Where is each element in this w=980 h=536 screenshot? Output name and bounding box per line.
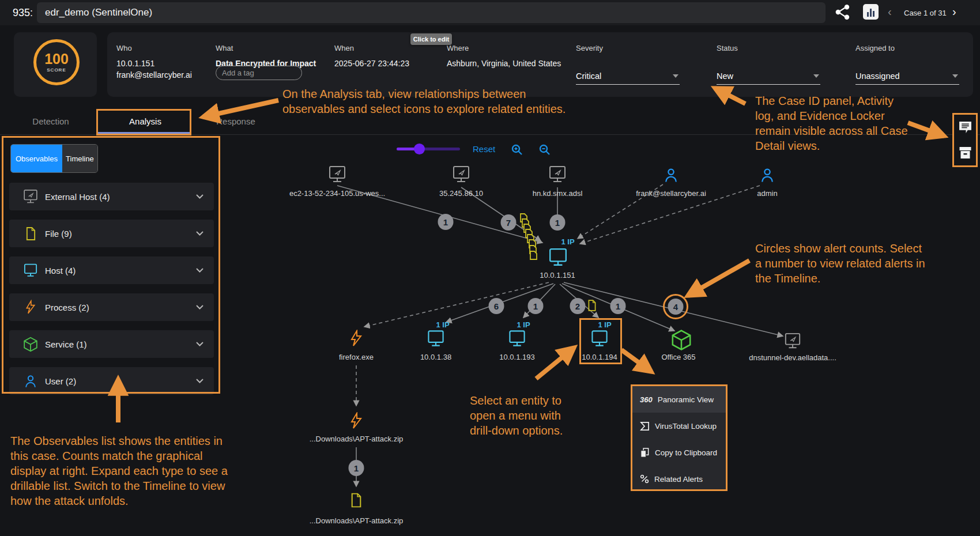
annotation-observables-list: The Observables list shows the entities … <box>10 433 240 508</box>
file-stack-icon[interactable] <box>516 213 542 268</box>
file-icon <box>587 300 597 311</box>
severity-label: Severity <box>576 44 603 52</box>
next-case-icon[interactable]: › <box>952 6 956 17</box>
severity-value: Critical <box>576 69 680 83</box>
host-icon[interactable] <box>425 330 446 348</box>
where-value: Ashburn, Virginia, United States <box>447 59 561 68</box>
score-ring: 100 SCORE <box>33 39 80 85</box>
node-label-35-245[interactable]: 35.245.86.10 <box>439 189 483 198</box>
node-label-admin[interactable]: admin <box>757 189 777 198</box>
external-host-icon[interactable] <box>327 165 348 184</box>
case-title-input[interactable] <box>37 2 826 23</box>
assigned-value: Unassigned <box>855 69 959 83</box>
status-label: Status <box>717 44 738 52</box>
reset-zoom-button[interactable]: Reset <box>473 144 495 154</box>
tab-response[interactable]: Response <box>216 116 255 126</box>
click-to-edit-tooltip: Click to edit <box>410 33 452 45</box>
case-detail-page: 935: ‹ Case 1 of 31 › 100 SCORE Click to… <box>0 0 980 536</box>
annotation-case-id-panel: The Case ID panel, Activity log, and Evi… <box>755 93 912 153</box>
virustotal-icon <box>640 421 650 431</box>
alert-count-bubble[interactable]: 1 <box>550 214 566 231</box>
chevron-down-icon <box>673 74 679 78</box>
ip-badge: 1 IP <box>436 320 449 329</box>
node-label-zip-process[interactable]: ...Downloads\APT-attack.zip <box>310 435 404 443</box>
copy-icon <box>640 448 650 458</box>
chevron-down-icon <box>952 74 958 78</box>
external-host-icon[interactable] <box>451 165 472 184</box>
node-label-ec2[interactable]: ec2-13-52-234-105.us-wes... <box>289 189 385 198</box>
alert-count-bubble[interactable]: 1 <box>438 214 454 230</box>
menu-item-panoramic-view[interactable]: 360 Panoramic View <box>632 386 726 413</box>
node-label-hn[interactable]: hn.kd.smx.adsl <box>533 189 583 198</box>
annotation-box-analysis-tab <box>96 109 191 135</box>
menu-item-related-alerts[interactable]: Related Alerts <box>632 466 726 492</box>
bar-chart-icon[interactable] <box>863 4 879 20</box>
case-number: 935: <box>13 7 33 19</box>
annotation-box-selected-entity <box>579 318 622 364</box>
alert-count-bubble[interactable]: 1 <box>610 298 626 314</box>
who-user: frank@stellarcyber.ai <box>116 70 192 80</box>
assigned-label: Assigned to <box>855 44 895 52</box>
chevron-down-icon <box>813 74 819 78</box>
zoom-in-icon[interactable] <box>511 144 523 156</box>
360-icon: 360 <box>640 395 653 404</box>
zoom-out-icon[interactable] <box>538 144 551 156</box>
severity-select[interactable]: Critical <box>576 69 680 85</box>
host-icon[interactable] <box>546 248 570 267</box>
status-value: New <box>717 69 820 83</box>
node-label-dnstunnel[interactable]: dnstunnel-dev.aelladata.... <box>749 353 836 362</box>
process-icon[interactable] <box>349 330 363 347</box>
alert-count-bubble[interactable]: 1 <box>349 460 364 476</box>
annotation-alert-counts: Circles show alert counts. Select a numb… <box>755 241 931 286</box>
prev-case-icon[interactable]: ‹ <box>888 6 892 17</box>
node-label-firefox[interactable]: firefox.exe <box>339 353 374 361</box>
alert-count-bubble[interactable]: 2 <box>570 298 586 314</box>
activity-log-icon[interactable] <box>958 121 973 134</box>
user-icon[interactable] <box>664 168 679 183</box>
node-label-zip-file[interactable]: ...Downloads\APT-attack.zip <box>310 516 404 525</box>
entity-context-menu: 360 Panoramic View VirusTotal Lookup Cop… <box>631 384 728 491</box>
when-label: When <box>334 44 409 52</box>
node-label-frank[interactable]: frank@stellarcyber.ai <box>636 189 706 198</box>
file-icon[interactable] <box>350 493 363 508</box>
alert-count-bubble[interactable]: 7 <box>501 214 517 231</box>
user-icon[interactable] <box>760 168 775 183</box>
annotation-ring-alert-count <box>663 294 688 319</box>
when-value: 2025-06-27 23:44:23 <box>334 59 409 68</box>
case-side-toolbar <box>952 113 978 167</box>
ip-badge: 1 IP <box>517 320 530 329</box>
add-tag-input[interactable] <box>216 66 302 80</box>
menu-item-copy-to-clipboard[interactable]: Copy to Clipboard <box>632 439 726 466</box>
assigned-select[interactable]: Unassigned <box>855 69 959 85</box>
zoom-slider-handle[interactable] <box>414 144 425 154</box>
field-who: Who 10.0.1.151 frank@stellarcyber.ai <box>116 44 192 80</box>
evidence-locker-icon[interactable] <box>958 146 973 159</box>
where-label: Where <box>447 44 561 52</box>
menu-item-label: Panoramic View <box>658 395 714 404</box>
field-when: When 2025-06-27 23:44:23 <box>334 44 409 68</box>
annotation-select-entity: Select an entity to open a menu with dri… <box>470 393 582 438</box>
field-what: What Data Encrypted for Impact <box>216 44 316 68</box>
external-host-icon[interactable] <box>547 165 568 184</box>
process-icon[interactable] <box>349 412 363 429</box>
node-label-10-0-1-38[interactable]: 10.0.1.38 <box>420 353 451 361</box>
score-value: 100 <box>44 52 69 66</box>
external-host-icon[interactable] <box>783 333 802 350</box>
menu-item-label: VirusTotal Lookup <box>655 422 717 431</box>
related-alerts-icon <box>640 474 649 484</box>
alert-count-bubble[interactable]: 6 <box>489 298 504 314</box>
tab-detection[interactable]: Detection <box>32 116 69 126</box>
alert-count-bubble[interactable]: 1 <box>528 298 544 314</box>
menu-item-virustotal-lookup[interactable]: VirusTotal Lookup <box>632 413 726 439</box>
service-icon[interactable] <box>671 329 692 351</box>
node-label-10-0-1-193[interactable]: 10.0.1.193 <box>499 353 534 361</box>
score-label: SCORE <box>47 67 66 73</box>
node-label-center-host[interactable]: 10.0.1.151 <box>540 271 575 280</box>
menu-item-label: Related Alerts <box>654 475 703 484</box>
host-icon[interactable] <box>507 330 527 348</box>
what-label: What <box>216 44 316 52</box>
node-label-office-365[interactable]: Office 365 <box>661 353 695 361</box>
status-select[interactable]: New <box>717 69 820 85</box>
share-icon[interactable] <box>835 4 851 20</box>
who-label: Who <box>116 44 192 52</box>
